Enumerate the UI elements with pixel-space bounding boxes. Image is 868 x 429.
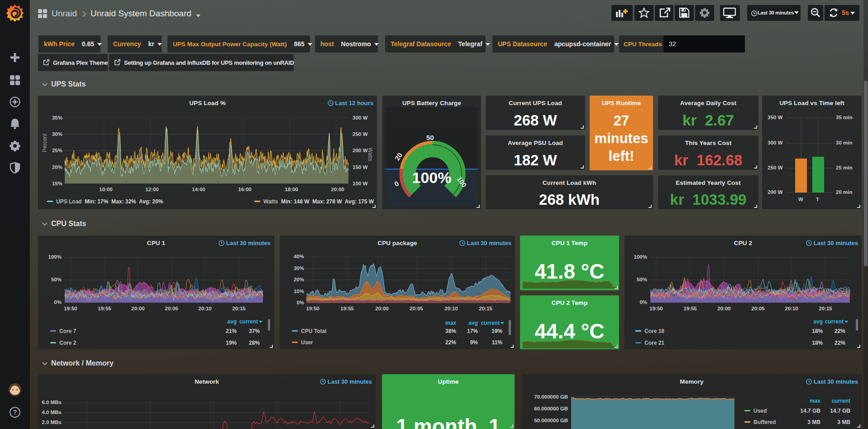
svg-text:?: ?: [13, 409, 17, 416]
